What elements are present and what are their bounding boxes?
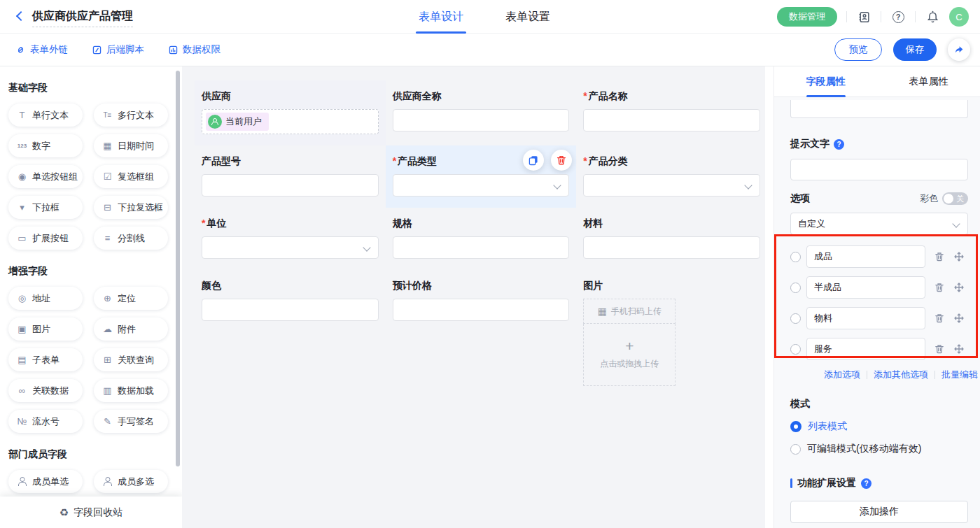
link-batch-edit[interactable]: 批量编辑 [941, 369, 978, 381]
field-estimated-price-input[interactable] [393, 299, 570, 321]
app-header: 供应商供应产品管理 表单设计 表单设置 数据管理 ? C [0, 0, 980, 34]
data-permission-link[interactable]: 数据权限 [168, 43, 220, 56]
field-pill-member-multi[interactable]: 成员多选 [94, 470, 168, 493]
option-value-input[interactable] [806, 245, 925, 268]
link-add-other-option[interactable]: 添加其他选项 [874, 369, 928, 381]
hint-text-input[interactable] [790, 159, 968, 180]
share-button[interactable] [948, 38, 970, 61]
option-value-input[interactable] [806, 338, 925, 360]
option-radio[interactable] [790, 283, 801, 293]
help-icon[interactable]: ? [890, 9, 906, 24]
field-product-category[interactable]: *产品分类 [576, 145, 767, 208]
field-pill-serial-number[interactable]: №流水号 [8, 410, 83, 433]
field-pill-multi-dropdown[interactable]: ⊟下拉复选框 [94, 196, 168, 219]
help-icon[interactable]: ? [861, 478, 872, 489]
delete-option-button[interactable] [934, 343, 945, 355]
field-pill-location[interactable]: ⊕定位 [94, 287, 168, 310]
field-spec[interactable]: 规格 [386, 208, 577, 270]
field-pill-dropdown[interactable]: ▾下拉框 [8, 196, 83, 219]
field-product-model[interactable]: 产品型号 [195, 145, 386, 208]
option-value-input[interactable] [806, 307, 925, 329]
field-pill-image[interactable]: ▣图片 [8, 317, 83, 341]
delete-option-button[interactable] [934, 313, 945, 324]
field-color-input[interactable] [202, 299, 379, 321]
field-pill-data-load[interactable]: ▥数据加载 [94, 379, 168, 402]
linked-data-icon: ∞ [17, 385, 27, 396]
field-pill-address[interactable]: ◎地址 [8, 287, 83, 310]
field-supplier-input[interactable]: 当前用户 [202, 109, 379, 134]
field-unit-select[interactable] [202, 236, 379, 259]
back-button[interactable] [15, 12, 25, 22]
address-book-icon[interactable] [856, 9, 872, 24]
form-title[interactable]: 供应商供应产品管理 [32, 9, 133, 27]
form-external-link[interactable]: 表单外链 [15, 43, 68, 56]
color-toggle-switch[interactable]: 关 [942, 192, 968, 205]
option-source-select[interactable]: 自定义 [790, 213, 968, 235]
field-pill-signature[interactable]: ✎手写签名 [94, 410, 168, 433]
option-value-input[interactable] [806, 276, 925, 299]
move-option-handle[interactable] [953, 313, 965, 324]
option-radio[interactable] [790, 313, 801, 324]
preview-button[interactable]: 预览 [834, 38, 882, 61]
field-material[interactable]: 材料 [576, 208, 767, 270]
field-pill-number[interactable]: 123数字 [8, 134, 83, 157]
field-recycle-bin[interactable]: ♻ 字段回收站 [0, 497, 182, 528]
tab-field-properties[interactable]: 字段属性 [774, 66, 877, 97]
field-spec-input[interactable] [393, 236, 570, 259]
delete-field-button[interactable] [551, 150, 572, 171]
help-icon[interactable]: ? [834, 139, 844, 150]
field-color[interactable]: 颜色 [195, 270, 386, 397]
delete-option-button[interactable] [934, 282, 945, 293]
field-pill-divider[interactable]: ≡分割线 [94, 227, 168, 250]
move-option-handle[interactable] [953, 282, 965, 293]
drag-drop-upload-area[interactable]: + 点击或拖拽上传 [583, 324, 676, 386]
field-supplier-full-name-input[interactable] [393, 109, 570, 131]
field-title-input-partial[interactable] [790, 100, 968, 118]
option-radio[interactable] [790, 344, 801, 355]
field-estimated-price[interactable]: 预计价格 [386, 270, 577, 397]
field-pill-single-line-text[interactable]: T单行文本 [8, 104, 83, 127]
delete-option-button[interactable] [934, 251, 945, 262]
mode-option-editable[interactable]: 可编辑模式(仅移动端有效) [790, 443, 971, 455]
field-pill-attachment[interactable]: ☁附件 [94, 317, 168, 341]
field-supplier-full-name[interactable]: 供应商全称 [386, 80, 577, 145]
field-pill-multi-line-text[interactable]: T≡多行文本 [94, 104, 168, 127]
copy-field-button[interactable] [523, 150, 544, 171]
mode-option-list[interactable]: 列表模式 [790, 420, 971, 433]
field-pill-subform[interactable]: ▤子表单 [8, 348, 83, 371]
field-product-category-select[interactable] [583, 174, 760, 197]
field-unit[interactable]: *单位 [195, 208, 386, 270]
data-manage-button[interactable]: 数据管理 [777, 7, 837, 27]
backend-script-link[interactable]: 后端脚本 [92, 43, 144, 56]
scan-upload-button[interactable]: ▦ 手机扫码上传 [583, 299, 676, 324]
field-product-name-input[interactable] [583, 109, 760, 131]
field-pill-extension-button[interactable]: ▭扩展按钮 [8, 227, 83, 250]
field-pill-datetime[interactable]: ▦日期时间 [94, 134, 168, 157]
notification-bell-icon[interactable] [925, 9, 940, 24]
move-option-handle[interactable] [953, 251, 965, 262]
move-option-handle[interactable] [953, 343, 965, 355]
field-pill-checkbox-group[interactable]: ☑复选框组 [94, 165, 168, 188]
field-image[interactable]: 图片 ▦ 手机扫码上传 + 点击或拖拽上传 [576, 270, 767, 397]
link-add-option[interactable]: 添加选项 [824, 369, 860, 381]
field-product-type-select[interactable] [393, 174, 570, 197]
tab-form-design[interactable]: 表单设计 [419, 0, 463, 34]
field-material-input[interactable] [583, 236, 760, 259]
field-product-model-input[interactable] [202, 174, 379, 197]
tab-form-settings[interactable]: 表单设置 [505, 0, 550, 34]
field-product-type[interactable]: *产品类型 [386, 145, 577, 208]
canvas-scrollbar[interactable] [765, 66, 774, 528]
field-pill-member-single[interactable]: 成员单选 [8, 470, 83, 493]
field-pill-linked-data[interactable]: ∞关联数据 [8, 379, 83, 402]
add-action-button[interactable]: 添加操作 [790, 501, 968, 523]
radio-group-icon: ◉ [17, 171, 27, 182]
field-pill-linked-query[interactable]: ⊞关联查询 [94, 348, 168, 371]
user-avatar[interactable]: C [949, 7, 969, 27]
sidebar-scrollbar[interactable] [176, 71, 180, 466]
field-supplier[interactable]: 供应商 当前用户 [195, 80, 386, 145]
option-radio[interactable] [790, 252, 801, 262]
field-pill-radio-group[interactable]: ◉单选按钮组 [8, 165, 83, 188]
field-product-name[interactable]: *产品名称 [576, 80, 767, 145]
tab-form-properties[interactable]: 表单属性 [877, 66, 980, 97]
save-button[interactable]: 保存 [893, 38, 937, 61]
